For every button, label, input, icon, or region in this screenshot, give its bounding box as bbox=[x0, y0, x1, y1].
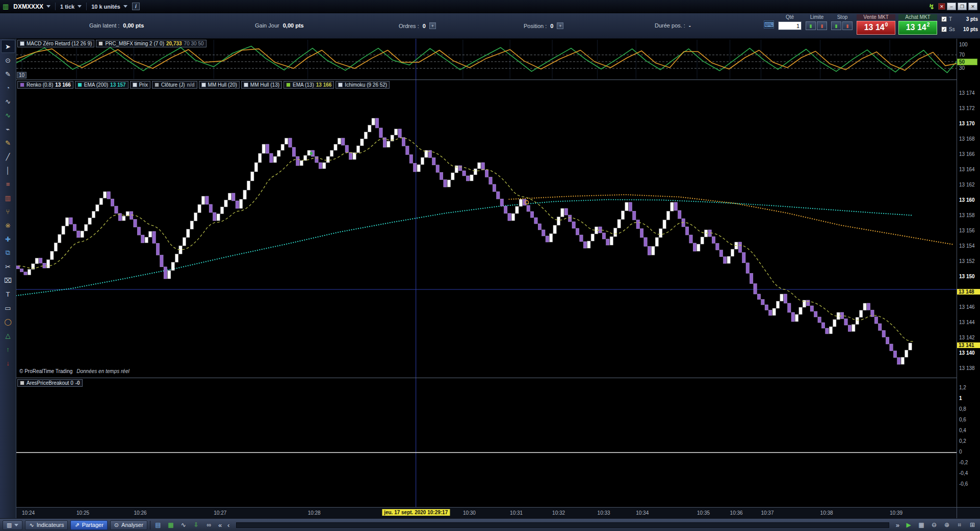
share-button[interactable]: ⇗Partager bbox=[70, 520, 107, 530]
renko-up-brick bbox=[727, 256, 730, 263]
close-button[interactable]: ✕ bbox=[968, 3, 977, 10]
link-icon[interactable]: ∞ bbox=[204, 520, 214, 530]
stop-buy-button[interactable]: ▮ bbox=[831, 21, 841, 30]
zigzag-tool[interactable]: ∿ bbox=[1, 95, 15, 108]
chart-scrollbar[interactable] bbox=[236, 522, 889, 528]
checkbox-icon[interactable] bbox=[133, 83, 137, 87]
position-expand-button[interactable]: + bbox=[557, 22, 563, 29]
fibonacci-tool[interactable]: ※ bbox=[1, 219, 15, 232]
divider bbox=[55, 3, 56, 10]
renko-down-brick bbox=[874, 317, 878, 324]
time-label: 10:33 bbox=[598, 510, 610, 516]
checkbox-icon[interactable] bbox=[20, 41, 24, 46]
limit-buy-button[interactable]: ▮ bbox=[806, 21, 816, 30]
alarm-tool[interactable]: ◔ bbox=[1, 81, 15, 94]
renko-up-brick bbox=[470, 175, 473, 181]
rectangle-tool[interactable]: ▭ bbox=[1, 301, 15, 314]
zoom-area-icon[interactable]: ⌗ bbox=[955, 520, 965, 530]
units-selector[interactable]: 10 k unités bbox=[91, 4, 127, 10]
workspace-icon[interactable]: ▤ bbox=[153, 520, 163, 530]
renko-down-brick bbox=[213, 213, 216, 221]
macd-z-ro-retard-12-26-9-legend-item[interactable]: MACD Zéro Retard (12 26 9) bbox=[17, 40, 94, 47]
mm-hull-13-legend-item[interactable]: MM Hull (13) bbox=[241, 81, 282, 89]
info-icon[interactable]: i bbox=[132, 3, 140, 10]
checkbox-icon[interactable] bbox=[201, 83, 206, 87]
scroll-right-button[interactable]: » bbox=[894, 521, 901, 529]
timeframe-selector[interactable]: 1 tick bbox=[60, 4, 82, 10]
cut-tool[interactable]: ✂ bbox=[1, 260, 15, 273]
chart-window-icon[interactable]: ∿ bbox=[178, 520, 189, 530]
pencil-tool[interactable]: ✎ bbox=[1, 136, 15, 149]
ema-200-legend-item[interactable]: EMA (200)13 157 bbox=[75, 81, 128, 89]
orders-expand-button[interactable]: + bbox=[429, 22, 436, 29]
pitchfork-tool[interactable]: ⑂ bbox=[1, 205, 15, 218]
renko-down-brick bbox=[564, 208, 568, 215]
renko-down-brick bbox=[757, 294, 760, 300]
renko-up-brick bbox=[194, 213, 197, 221]
mm-hull-20-legend-item[interactable]: MM Hull (20) bbox=[199, 81, 240, 89]
trendline-tool[interactable]: ╱ bbox=[1, 150, 15, 163]
renko-up-brick bbox=[277, 150, 280, 156]
checkbox-icon[interactable] bbox=[338, 83, 343, 87]
ema-13-legend-item[interactable]: EMA (13)13 166 bbox=[283, 81, 334, 89]
scroll-left-fast-button[interactable]: « bbox=[217, 521, 223, 529]
zoom-in-icon[interactable]: ⊕ bbox=[942, 520, 952, 530]
stop-sell-button[interactable]: ▮ bbox=[842, 21, 853, 30]
trailing-checkbox[interactable]: ✓ bbox=[941, 16, 947, 22]
zoom-out-icon[interactable]: ⊖ bbox=[929, 520, 939, 530]
ellipse-tool[interactable]: ◯ bbox=[1, 315, 15, 328]
symbol-selector[interactable]: DXMXXXX bbox=[13, 3, 50, 10]
maximize-button[interactable]: ❐ bbox=[958, 3, 967, 10]
renko-up-brick bbox=[334, 144, 337, 150]
cursor-tool[interactable]: ➤ bbox=[1, 40, 15, 53]
hook-tool[interactable]: ⌁ bbox=[1, 122, 15, 136]
chart-type-dropdown[interactable]: ▥ bbox=[3, 520, 22, 530]
zoom-tool[interactable]: ⊙ bbox=[1, 54, 15, 67]
stoploss-checkbox[interactable]: ✓ bbox=[941, 26, 947, 32]
expand-icon[interactable]: ⊞ bbox=[967, 520, 977, 530]
arespricebreakout-0-legend-item[interactable]: AresPriceBreakout 0-0 bbox=[17, 379, 83, 387]
text-tool[interactable]: T bbox=[1, 287, 15, 301]
download-icon[interactable]: ⇩ bbox=[191, 520, 201, 530]
renko-up-brick bbox=[168, 271, 171, 279]
renko-up-brick bbox=[451, 173, 454, 180]
arrow-down-tool[interactable]: ↓ bbox=[1, 356, 15, 369]
duplicate-tool[interactable]: ⧉ bbox=[1, 246, 15, 259]
grid-icon[interactable]: ▦ bbox=[166, 520, 176, 530]
indicators-button[interactable]: ∿Indicateurs bbox=[25, 520, 68, 530]
delete-tool[interactable]: ⌧ bbox=[1, 274, 15, 287]
analyze-button[interactable]: ⊙Analyser bbox=[110, 520, 147, 530]
renko-down-brick bbox=[538, 224, 541, 230]
price-axis[interactable]: 13 17413 17213 17013 16813 16613 16413 1… bbox=[957, 39, 980, 518]
quantity-input[interactable] bbox=[778, 21, 802, 30]
auto-scroll-icon[interactable]: ▶ bbox=[904, 520, 914, 530]
candlestick-tool[interactable]: ▥ bbox=[1, 191, 15, 204]
time-axis[interactable]: 10:2410:2510:2610:2710:2810:3010:3110:32… bbox=[16, 507, 957, 518]
main-chart-canvas[interactable] bbox=[16, 80, 957, 378]
ruler-tool[interactable]: ✎ bbox=[1, 67, 15, 81]
checkbox-icon[interactable] bbox=[244, 83, 248, 87]
lower-pane-canvas[interactable] bbox=[16, 378, 957, 507]
limit-sell-button[interactable]: ▮ bbox=[817, 21, 827, 30]
move-tool[interactable]: ✚ bbox=[1, 232, 15, 246]
keyboard-icon[interactable]: ⌨ bbox=[764, 20, 774, 29]
close-panel-icon[interactable]: ✕ bbox=[938, 3, 945, 10]
buy-market-button[interactable]: 13 142 bbox=[898, 21, 937, 35]
renko-0-8-legend-item[interactable]: Renko (0.8)13 166 bbox=[17, 81, 73, 89]
pattern-tool[interactable]: ≡ bbox=[1, 177, 15, 191]
vertical-line-tool[interactable]: │ bbox=[1, 164, 15, 177]
prix-legend-item[interactable]: Prix bbox=[130, 81, 150, 89]
prc-mbfx-timing-2-7-0-legend-item[interactable]: PRC_MBFX timing 2 (7 0)20,73370 30 50 bbox=[96, 40, 206, 47]
minimize-button[interactable]: – bbox=[947, 3, 956, 10]
sell-market-button[interactable]: 13 140 bbox=[857, 21, 895, 35]
ichimoku-9-26-52-legend-item[interactable]: Ichimoku (9 26 52) bbox=[336, 81, 390, 89]
scroll-left-button[interactable]: ‹ bbox=[226, 521, 231, 529]
renko-up-brick bbox=[201, 196, 204, 204]
cl-ture-j-legend-item[interactable]: Clôture (J)n/d bbox=[152, 81, 197, 89]
triangle-tool[interactable]: △ bbox=[1, 329, 15, 342]
renko-down-brick bbox=[16, 266, 19, 269]
wave-tool[interactable]: ∿ bbox=[1, 109, 15, 122]
arrow-up-tool[interactable]: ↑ bbox=[1, 342, 15, 356]
calendar-icon[interactable]: ▦ bbox=[916, 520, 926, 530]
renko-down-brick bbox=[648, 246, 651, 255]
